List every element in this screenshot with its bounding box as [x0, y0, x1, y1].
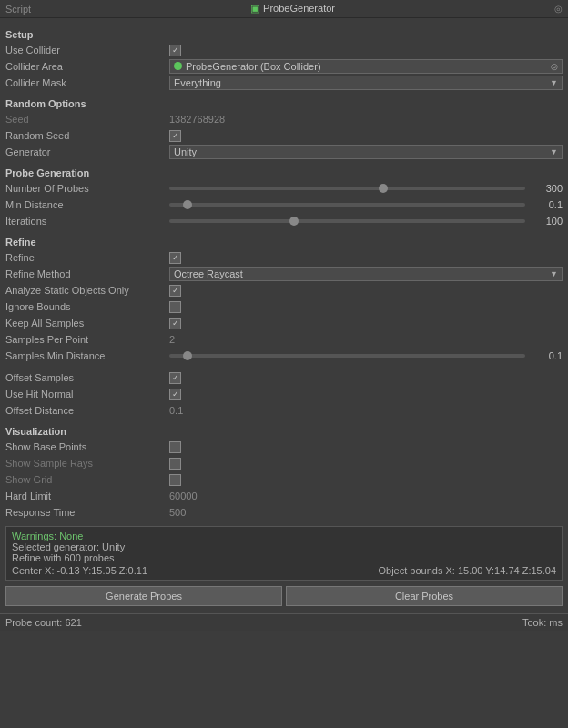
header-arrow[interactable]: ◎: [554, 4, 563, 14]
hard-limit-label: Hard Limit: [5, 490, 169, 501]
min-distance-track: [169, 203, 525, 207]
generate-probes-button[interactable]: Generate Probes: [5, 586, 282, 606]
num-probes-thumb: [379, 184, 388, 193]
num-probes-value: 300: [531, 183, 563, 194]
iterations-slider[interactable]: 100: [169, 216, 563, 227]
ignore-bounds-checkbox[interactable]: [169, 301, 181, 313]
show-grid-value: [169, 474, 563, 486]
hard-limit-text: 60000: [169, 490, 198, 501]
hard-limit-row: Hard Limit 60000: [5, 488, 563, 504]
generator-label: Generator: [5, 147, 169, 157]
refine-value: [169, 252, 563, 264]
iterations-label: Iterations: [5, 216, 169, 227]
offset-samples-row: Offset Samples: [5, 369, 563, 386]
show-sample-rays-value: [169, 458, 563, 470]
collider-mask-dropdown[interactable]: Everything ▼: [169, 76, 563, 90]
content-area: Setup Use Collider Collider Area ProbeGe…: [0, 18, 568, 610]
analyze-static-row: Analyze Static Objects Only: [5, 282, 563, 298]
random-seed-label: Random Seed: [5, 130, 169, 141]
use-collider-value: [169, 45, 563, 56]
button-row: Generate Probes Clear Probes: [5, 586, 563, 606]
iterations-thumb: [289, 217, 299, 226]
info-area: Warnings: None Selected generator: Unity…: [5, 526, 563, 581]
offset-distance-value: 0.1: [169, 405, 563, 416]
response-time-value: 500: [169, 507, 563, 518]
keep-all-samples-value: [169, 318, 563, 329]
offset-distance-row: Offset Distance 0.1: [5, 402, 563, 419]
collider-mask-value: Everything ▼: [169, 76, 563, 90]
collider-area-value: ProbeGenerator (Box Collider) ◎: [169, 59, 563, 74]
samples-min-dist-label: Samples Min Distance: [5, 350, 169, 361]
refine-method-label: Refine Method: [5, 268, 169, 279]
warning-line: Warnings: None: [12, 531, 556, 541]
collider-mask-label: Collider Mask: [5, 77, 169, 88]
collider-mask-row: Collider Mask Everything ▼: [5, 75, 563, 91]
samples-min-dist-track: [169, 354, 525, 358]
num-probes-slider[interactable]: 300: [169, 183, 563, 194]
use-collider-checkbox[interactable]: [169, 45, 181, 56]
num-probes-row: Number Of Probes 300: [5, 180, 563, 197]
setup-section-title: Setup: [5, 29, 563, 40]
seed-value: 1382768928: [169, 114, 563, 125]
samples-per-point-row: Samples Per Point 2: [5, 331, 563, 348]
probe-icon: ▣: [250, 3, 259, 14]
samples-min-dist-row: Samples Min Distance 0.1: [5, 348, 563, 364]
show-base-row: Show Base Points: [5, 439, 563, 455]
iterations-value: 100: [531, 216, 563, 227]
show-base-checkbox[interactable]: [169, 441, 181, 453]
use-hit-normal-row: Use Hit Normal: [5, 386, 563, 402]
keep-all-samples-checkbox[interactable]: [169, 318, 181, 329]
collider-area-label: Collider Area: [5, 61, 169, 72]
refine-label: Refine: [5, 252, 169, 263]
show-sample-rays-checkbox[interactable]: [169, 458, 181, 470]
collider-dot: ProbeGenerator (Box Collider): [174, 61, 321, 72]
random-options-section-title: Random Options: [5, 98, 563, 109]
offset-distance-text: 0.1: [169, 405, 183, 416]
samples-min-dist-slider[interactable]: 0.1: [169, 350, 563, 361]
refine-section-title: Refine: [5, 237, 563, 248]
num-probes-slider-wrap: 300: [169, 183, 563, 194]
min-distance-thumb: [183, 200, 192, 209]
info-line1: Selected generator: Unity: [12, 541, 556, 552]
probe-gen-section-title: Probe Generation: [5, 167, 563, 178]
use-hit-normal-checkbox[interactable]: [169, 389, 181, 400]
refine-method-dropdown[interactable]: Octree Raycast ▼: [169, 267, 563, 281]
seed-label: Seed: [5, 114, 169, 125]
generator-dropdown[interactable]: Unity ▼: [169, 145, 563, 159]
random-seed-value: [169, 130, 563, 142]
iterations-slider-wrap: 100: [169, 216, 563, 227]
random-seed-row: Random Seed: [5, 127, 563, 144]
use-hit-normal-label: Use Hit Normal: [5, 389, 169, 399]
analyze-static-checkbox[interactable]: [169, 285, 181, 297]
script-label: Script: [5, 4, 31, 15]
show-grid-row: Show Grid: [5, 471, 563, 488]
footer: Probe count: 621 Took: ms: [0, 613, 568, 631]
response-time-label: Response Time: [5, 507, 169, 518]
collider-mask-arrow: ▼: [550, 78, 558, 87]
offset-samples-checkbox[interactable]: [169, 372, 181, 384]
show-grid-checkbox[interactable]: [169, 474, 181, 486]
center-coords: Center X: -0.13 Y:15.05 Z:0.11: [12, 565, 147, 576]
keep-all-samples-row: Keep All Samples: [5, 315, 563, 331]
response-time-row: Response Time 500: [5, 504, 563, 521]
seed-row: Seed 1382768928: [5, 111, 563, 127]
viz-section-title: Visualization: [5, 426, 563, 437]
random-seed-checkbox[interactable]: [169, 130, 181, 142]
refine-method-arrow: ▼: [550, 269, 558, 278]
hard-limit-value: 60000: [169, 490, 563, 501]
min-distance-row: Min Distance 0.1: [5, 197, 563, 213]
ignore-bounds-row: Ignore Bounds: [5, 298, 563, 315]
refine-checkbox[interactable]: [169, 252, 181, 264]
generator-row: Generator Unity ▼: [5, 144, 563, 160]
collider-area-dropdown[interactable]: ProbeGenerator (Box Collider) ◎: [169, 59, 563, 74]
min-distance-slider[interactable]: 0.1: [169, 199, 563, 210]
min-distance-value: 0.1: [531, 199, 563, 210]
analyze-static-label: Analyze Static Objects Only: [5, 285, 169, 296]
refine-method-value: Octree Raycast ▼: [169, 267, 563, 281]
offset-samples-value: [169, 372, 563, 384]
clear-probes-button[interactable]: Clear Probes: [286, 586, 563, 606]
offset-distance-label: Offset Distance: [5, 405, 169, 416]
iterations-track: [169, 219, 525, 223]
iterations-row: Iterations 100: [5, 213, 563, 229]
response-time-text: 500: [169, 507, 186, 518]
